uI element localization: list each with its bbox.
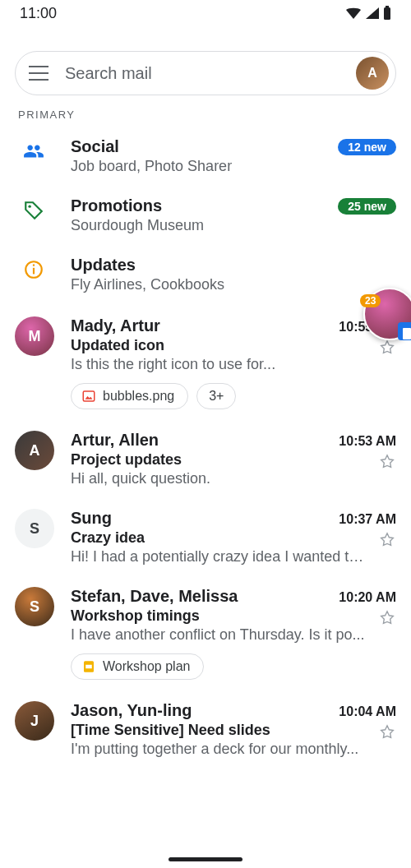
category-list: Social 12 new Job board, Photo Sharer Pr… [0, 129, 411, 307]
star-icon[interactable] [378, 609, 396, 627]
category-sub: Sourdough Museum [71, 217, 396, 234]
email-time: 10:04 AM [339, 704, 396, 719]
category-title: Updates [71, 256, 136, 275]
hamburger-icon[interactable] [29, 66, 48, 81]
attachment-chip[interactable]: Workshop plan [71, 653, 204, 680]
email-item[interactable]: S Stefan, Dave, Melissa 10:20 AM Worksho… [0, 577, 411, 691]
search-bar[interactable]: Search mail A [15, 51, 396, 95]
tag-icon [23, 200, 44, 221]
status-icons [345, 6, 391, 21]
star-icon[interactable] [378, 339, 396, 357]
svg-rect-1 [386, 6, 389, 7]
section-label-primary: PRIMARY [0, 107, 411, 129]
email-subject: [Time Sensitive] Need slides [71, 722, 396, 739]
category-sub: Fly Airlines, Cookbooks [71, 276, 396, 293]
star-icon[interactable] [378, 453, 396, 471]
email-snippet: I have another conflict on Thursday. Is … [71, 626, 396, 644]
svg-rect-6 [83, 391, 95, 401]
attachment-count-chip[interactable]: 3+ [196, 383, 236, 409]
chat-head[interactable]: 23 [363, 288, 411, 340]
email-time: 10:37 AM [339, 512, 396, 527]
email-item[interactable]: M Mady, Artur 10:55 AM Updated icon Is t… [0, 307, 411, 421]
email-snippet: Is this the right icon to use for... [71, 356, 396, 373]
email-item[interactable]: J Jason, Yun-ling 10:04 AM [Time Sensiti… [0, 691, 411, 769]
cellular-icon [365, 7, 380, 20]
new-badge: 12 new [338, 139, 396, 155]
email-subject: Workshop timings [71, 607, 396, 625]
messages-icon [398, 322, 411, 340]
image-icon [81, 389, 96, 404]
svg-rect-5 [33, 265, 35, 266]
email-snippet: Hi all, quick question. [71, 470, 396, 487]
people-icon [23, 141, 44, 162]
svg-rect-0 [384, 7, 390, 20]
star-icon[interactable] [378, 531, 396, 549]
email-list: M Mady, Artur 10:55 AM Updated icon Is t… [0, 307, 411, 769]
new-badge: 25 new [338, 198, 396, 215]
attachment-chip[interactable]: bubbles.png [71, 383, 188, 409]
svg-rect-8 [85, 665, 92, 669]
category-title: Promotions [71, 196, 162, 215]
status-bar: 11:00 [0, 0, 411, 26]
search-bar-container: Search mail A [0, 26, 411, 107]
category-promotions[interactable]: Promotions 25 new Sourdough Museum [0, 188, 411, 247]
sender-avatar[interactable]: S [15, 509, 54, 548]
email-time: 10:20 AM [339, 590, 396, 605]
wifi-icon [345, 7, 362, 20]
home-indicator[interactable] [169, 857, 242, 861]
info-icon [23, 259, 44, 280]
sender-name: Sung [71, 509, 112, 528]
email-time: 10:53 AM [339, 434, 396, 449]
star-icon[interactable] [378, 723, 396, 741]
sender-avatar[interactable]: A [15, 431, 54, 470]
svg-rect-4 [33, 268, 35, 275]
email-snippet: I'm putting together a deck for our mont… [71, 741, 396, 758]
slides-icon [81, 659, 96, 674]
category-social[interactable]: Social 12 new Job board, Photo Sharer [0, 129, 411, 188]
sender-avatar[interactable]: M [15, 316, 54, 356]
sender-name: Jason, Yun-ling [71, 701, 192, 720]
sender-name: Artur, Allen [71, 431, 159, 450]
sender-name: Mady, Artur [71, 316, 160, 335]
email-item[interactable]: S Sung 10:37 AM Crazy idea Hi! I had a p… [0, 499, 411, 577]
sender-avatar[interactable]: S [15, 587, 54, 626]
email-subject: Crazy idea [71, 529, 396, 547]
chat-head-badge: 23 [360, 294, 381, 307]
email-snippet: Hi! I had a potentially crazy idea I wan… [71, 548, 396, 566]
email-item[interactable]: A Artur, Allen 10:53 AM Project updates … [0, 421, 411, 499]
battery-icon [383, 6, 391, 21]
category-sub: Job board, Photo Sharer [71, 158, 396, 175]
category-title: Social [71, 137, 119, 156]
category-updates[interactable]: Updates Fly Airlines, Cookbooks [0, 247, 411, 307]
account-avatar[interactable]: A [356, 57, 389, 90]
search-input[interactable]: Search mail [65, 64, 339, 83]
sender-name: Stefan, Dave, Melissa [71, 587, 238, 606]
email-subject: Project updates [71, 451, 396, 469]
svg-point-2 [28, 205, 30, 207]
sender-avatar[interactable]: J [15, 701, 54, 741]
status-time: 11:00 [20, 5, 57, 22]
email-subject: Updated icon [71, 337, 396, 354]
